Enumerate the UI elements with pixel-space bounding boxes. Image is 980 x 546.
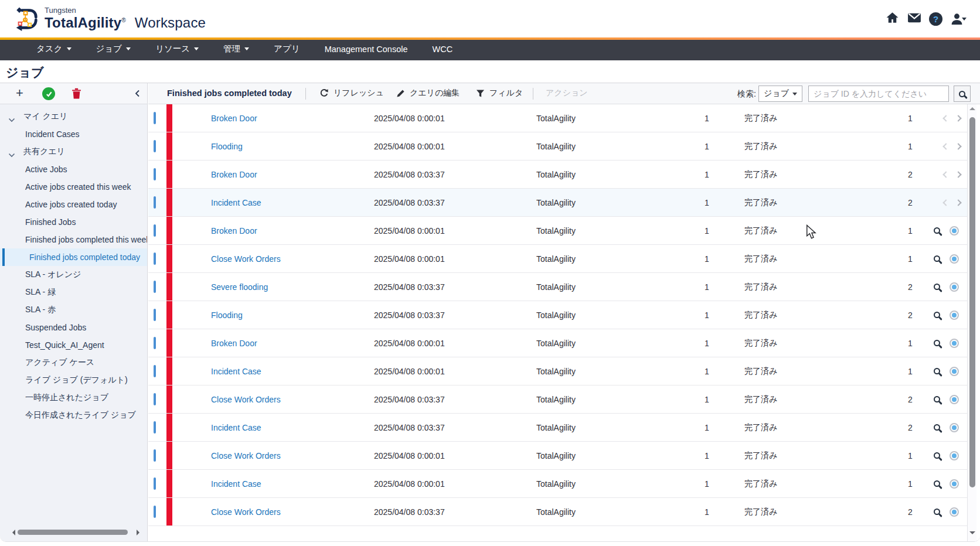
sidebar-query-item[interactable]: Active jobs created this week	[0, 178, 147, 196]
track-job-icon[interactable]	[950, 282, 959, 292]
add-query-button[interactable]: +	[16, 86, 23, 101]
sidebar-horizontal-scrollbar[interactable]	[0, 528, 147, 537]
process-link[interactable]: Incident Case	[211, 423, 261, 432]
row-checkbox[interactable]	[154, 338, 156, 349]
view-details-icon[interactable]	[934, 424, 940, 431]
view-details-icon[interactable]	[934, 284, 940, 290]
process-link[interactable]: Close Work Orders	[211, 254, 281, 264]
row-checkbox[interactable]	[154, 169, 156, 180]
view-details-icon[interactable]	[934, 312, 940, 318]
table-row[interactable]: Flooding2025/04/08 0:00:01TotalAgility1完…	[148, 132, 967, 161]
sidebar-query-item[interactable]: Active Jobs	[0, 161, 147, 178]
help-icon[interactable]: ?	[929, 12, 942, 26]
home-icon[interactable]	[885, 11, 900, 28]
row-checkbox[interactable]	[154, 282, 156, 292]
vertical-scroll-thumb[interactable]	[969, 117, 975, 487]
query-group[interactable]: 共有クエリ	[0, 143, 147, 161]
process-link[interactable]: Close Work Orders	[211, 395, 281, 404]
sidebar-query-item[interactable]: Incident Cases	[0, 125, 147, 143]
chevron-right-icon[interactable]	[955, 171, 961, 178]
nav-item-tasks[interactable]: タスク	[36, 43, 72, 54]
row-checkbox[interactable]	[154, 479, 156, 489]
nav-item-jobs[interactable]: ジョブ	[96, 43, 131, 54]
row-checkbox[interactable]	[154, 141, 156, 152]
sidebar-query-item[interactable]: Finished jobs completed this week	[0, 231, 147, 248]
track-job-icon[interactable]	[950, 507, 959, 517]
track-job-icon[interactable]	[950, 339, 959, 348]
scroll-left-icon[interactable]	[9, 530, 15, 535]
scroll-right-icon[interactable]	[137, 530, 142, 535]
table-row[interactable]: Incident Case2025/04/08 0:00:01TotalAgil…	[148, 470, 967, 498]
view-details-icon[interactable]	[934, 368, 940, 374]
sidebar-query-item[interactable]: SLA - 赤	[0, 301, 147, 319]
process-link[interactable]: Flooding	[211, 310, 243, 320]
table-row[interactable]: Close Work Orders2025/04/08 0:03:37Total…	[148, 498, 967, 526]
nav-item-apps[interactable]: アプリ	[274, 43, 300, 54]
view-details-icon[interactable]	[934, 340, 940, 346]
table-row[interactable]: Broken Door2025/04/08 0:00:01TotalAgilit…	[148, 329, 967, 357]
process-link[interactable]: Incident Case	[211, 479, 261, 489]
vertical-scrollbar[interactable]	[967, 104, 976, 541]
sidebar-query-item[interactable]: 今日作成されたライブ ジョブ	[0, 407, 147, 424]
job-id-search-input[interactable]	[808, 86, 949, 102]
track-job-icon[interactable]	[950, 423, 959, 432]
row-checkbox[interactable]	[154, 310, 156, 320]
table-row[interactable]: Broken Door2025/04/08 0:00:01TotalAgilit…	[148, 104, 967, 132]
chevron-left-icon[interactable]	[942, 171, 949, 178]
chevron-right-icon[interactable]	[955, 143, 961, 149]
row-checkbox[interactable]	[154, 366, 156, 377]
approve-query-button[interactable]	[42, 87, 55, 100]
table-row[interactable]: Close Work Orders2025/04/08 0:03:37Total…	[148, 385, 967, 414]
sidebar-query-item[interactable]: アクティブ ケース	[0, 354, 147, 371]
track-job-icon[interactable]	[950, 310, 959, 320]
query-group[interactable]: マイ クエリ	[0, 108, 147, 125]
chevron-left-icon[interactable]	[942, 143, 949, 149]
collapse-sidebar-button[interactable]	[134, 89, 142, 100]
process-link[interactable]: Broken Door	[211, 114, 257, 123]
view-details-icon[interactable]	[934, 255, 940, 262]
track-job-icon[interactable]	[950, 367, 959, 376]
table-row[interactable]: Incident Case2025/04/08 0:03:37TotalAgil…	[148, 414, 967, 442]
chevron-left-icon[interactable]	[942, 115, 949, 121]
nav-item-management-console[interactable]: Management Console	[325, 45, 408, 54]
process-link[interactable]: Incident Case	[211, 367, 261, 376]
row-checkbox[interactable]	[154, 507, 156, 517]
sidebar-query-item[interactable]: Test_Quick_AI_Agent	[0, 336, 147, 354]
sidebar-query-item[interactable]: SLA - オレンジ	[0, 266, 147, 284]
sidebar-query-item[interactable]: Finished jobs completed today	[0, 248, 147, 266]
view-details-icon[interactable]	[934, 227, 940, 234]
scroll-down-icon[interactable]	[969, 531, 975, 534]
sidebar-query-item[interactable]: Finished Jobs	[0, 213, 147, 231]
row-checkbox[interactable]	[154, 113, 156, 124]
nav-item-wcc[interactable]: WCC	[433, 45, 453, 54]
chevron-left-icon[interactable]	[942, 199, 949, 206]
table-row[interactable]: Flooding2025/04/08 0:03:37TotalAgility1完…	[148, 301, 967, 329]
search-scope-select[interactable]: ジョブ	[758, 86, 802, 102]
view-details-icon[interactable]	[934, 480, 940, 487]
nav-item-resources[interactable]: リソース	[155, 43, 199, 54]
search-button[interactable]	[954, 86, 971, 102]
refresh-button[interactable]: リフレッシュ	[319, 88, 384, 98]
table-row[interactable]: Broken Door2025/04/08 0:03:37TotalAgilit…	[148, 161, 967, 189]
row-checkbox[interactable]	[154, 226, 156, 236]
process-link[interactable]: Close Work Orders	[211, 451, 281, 460]
view-details-icon[interactable]	[934, 509, 940, 515]
sidebar-query-item[interactable]: Suspended Jobs	[0, 319, 147, 336]
nav-item-admin[interactable]: 管理	[223, 43, 249, 54]
process-link[interactable]: Broken Door	[211, 339, 257, 348]
user-icon[interactable]	[950, 12, 967, 26]
view-details-icon[interactable]	[934, 396, 940, 402]
process-link[interactable]: Severe flooding	[211, 282, 268, 292]
tungsten-logo-icon[interactable]	[13, 5, 40, 35]
delete-query-button[interactable]	[72, 88, 81, 101]
sidebar-query-item[interactable]: SLA - 緑	[0, 284, 147, 301]
track-job-icon[interactable]	[950, 254, 959, 264]
edit-query-button[interactable]: クエリの編集	[396, 88, 460, 98]
table-row[interactable]: Broken Door2025/04/08 0:00:01TotalAgilit…	[148, 217, 967, 245]
track-job-icon[interactable]	[950, 479, 959, 489]
sidebar-query-item[interactable]: ライブ ジョブ (デフォルト)	[0, 371, 147, 389]
process-link[interactable]: Broken Door	[211, 226, 257, 236]
table-row[interactable]: Severe flooding2025/04/08 0:03:37TotalAg…	[148, 273, 967, 301]
chevron-right-icon[interactable]	[955, 115, 961, 121]
track-job-icon[interactable]	[950, 226, 959, 236]
